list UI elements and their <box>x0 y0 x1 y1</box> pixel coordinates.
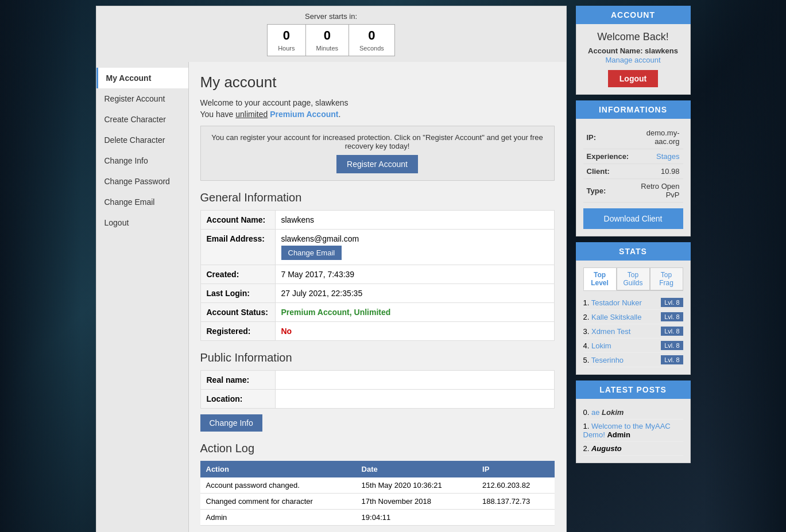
stat-name-2[interactable]: Kalle Skitskalle <box>591 313 641 321</box>
sidebar-item-logout[interactable]: Logout <box>96 212 188 233</box>
download-client-button[interactable]: Download Client <box>583 208 683 229</box>
stat-level-2: Lvl. 8 <box>661 312 683 321</box>
list-item: 0. ae Lokim <box>583 406 683 420</box>
ip-label: IP: <box>583 126 633 149</box>
stat-name-5[interactable]: Teserinho <box>591 356 624 364</box>
col-ip: IP <box>477 461 554 477</box>
list-item: 3. Xdmen Test Lvl. 8 <box>583 324 683 339</box>
stat-level-4: Lvl. 8 <box>661 341 683 350</box>
ip-value: demo.my-aac.org <box>632 126 683 149</box>
real-name-label: Real name: <box>200 371 275 390</box>
email-cell: slawkens@gmail.com Change Email <box>275 230 554 265</box>
main-content: Server starts in: 0 Hours 0 Minutes 0 Se… <box>96 6 567 532</box>
change-info-button[interactable]: Change Info <box>200 414 262 432</box>
table-row: Location: <box>200 390 554 409</box>
server-timer: Server starts in: 0 Hours 0 Minutes 0 Se… <box>96 6 566 62</box>
public-info-table: Real name: Location: <box>200 370 555 409</box>
minutes-label: Minutes <box>316 45 339 52</box>
log-ip-2: 188.137.72.73 <box>477 494 554 510</box>
last-login-label: Last Login: <box>200 284 275 303</box>
stat-rank-3: 3. Xdmen Test <box>583 327 631 336</box>
hours-box: 0 Hours <box>268 25 305 56</box>
log-ip-3 <box>477 510 554 526</box>
col-date: Date <box>356 461 477 477</box>
location-value <box>275 390 554 409</box>
location-label: Location: <box>200 390 275 409</box>
register-account-button[interactable]: Register Account <box>336 155 418 173</box>
email-label: Email Address: <box>200 230 275 265</box>
col-action: Action <box>200 461 356 477</box>
manage-account-link[interactable]: Manage account <box>605 56 660 64</box>
stat-rank-1: 1. Testador Nuker <box>583 298 642 307</box>
timer-boxes: 0 Hours 0 Minutes 0 Seconds <box>267 24 395 56</box>
posts-list: 0. ae Lokim 1. Welcome to the MyAAC Demo… <box>583 406 683 456</box>
posts-widget-body: 0. ae Lokim 1. Welcome to the MyAAC Demo… <box>576 399 691 463</box>
stats-list: 1. Testador Nuker Lvl. 8 2. Kalle Skitsk… <box>583 296 683 367</box>
client-label: Client: <box>583 164 633 179</box>
table-row: Changed comment for character 17th Novem… <box>200 494 555 510</box>
table-row: Real name: <box>200 371 554 390</box>
sidebar-item-my-account[interactable]: My Account <box>96 68 188 88</box>
welcome-line2: You have unlimited Premium Account. <box>200 110 555 119</box>
stat-name-4[interactable]: Lokim <box>591 341 611 350</box>
sidebar-item-change-password[interactable]: Change Password <box>96 171 188 192</box>
sidebar: My Account Register Account Create Chara… <box>96 62 188 532</box>
registered-status: No <box>281 327 292 336</box>
tab-top-frag[interactable]: Top Frag <box>650 267 683 290</box>
stat-name-1[interactable]: Testador Nuker <box>591 298 642 307</box>
sidebar-item-change-email[interactable]: Change Email <box>96 192 188 212</box>
post-link-0[interactable]: ae <box>591 408 599 417</box>
timer-label: Server starts in: <box>102 12 560 21</box>
premium-text: Premium Account <box>270 110 338 119</box>
register-info-text: You can register your account for increa… <box>211 133 543 150</box>
table-row: Email Address: slawkens@gmail.com Change… <box>200 230 554 265</box>
page-title: My account <box>200 73 555 91</box>
change-email-button[interactable]: Change Email <box>281 246 342 260</box>
table-row: IP: demo.my-aac.org <box>583 126 683 149</box>
seconds-box: 0 Seconds <box>349 25 394 56</box>
stats-widget: STATS Top Level Top Guilds Top Frag 1. T… <box>576 242 691 375</box>
account-name-label: Account Name: <box>200 211 275 230</box>
stages-link[interactable]: Stages <box>656 152 679 161</box>
list-item: 1. Welcome to the MyAAC Demo! Admin <box>583 420 683 442</box>
stat-name-3[interactable]: Xdmen Test <box>591 327 630 336</box>
post-author-2: Augusto <box>591 444 622 453</box>
account-status-label: Account Status: <box>200 303 275 322</box>
stat-level-1: Lvl. 8 <box>661 298 683 307</box>
account-widget-body: Welcome Back! Account Name: slawkens Man… <box>576 24 691 95</box>
sidebar-item-register-account[interactable]: Register Account <box>96 88 188 109</box>
sidebar-item-create-character[interactable]: Create Character <box>96 109 188 130</box>
table-row: Type: Retro Open PvP <box>583 179 683 203</box>
stat-level-5: Lvl. 8 <box>661 355 683 364</box>
created-value: 7 May 2017, 7:43:39 <box>275 265 554 284</box>
register-info-box: You can register your account for increa… <box>200 126 555 181</box>
seconds-label: Seconds <box>359 45 384 52</box>
info-widget-header: INFORMATIONS <box>576 100 691 119</box>
stat-rank-4: 4. Lokim <box>583 341 611 350</box>
stats-widget-body: Top Level Top Guilds Top Frag 1. Testado… <box>576 261 691 375</box>
hours-label: Hours <box>278 45 295 52</box>
table-row: Admin 19:04:11 <box>200 510 555 526</box>
seconds-value: 0 <box>359 28 384 43</box>
sidebar-item-change-info[interactable]: Change Info <box>96 150 188 171</box>
log-ip-1: 212.60.203.82 <box>477 477 554 494</box>
logout-button[interactable]: Logout <box>608 70 658 87</box>
registered-value: No <box>275 322 554 341</box>
log-action-1: Account password changed. <box>200 477 356 494</box>
welcome-back-text: Welcome Back! <box>583 31 683 43</box>
sidebar-item-delete-character[interactable]: Delete Character <box>96 130 188 150</box>
account-name-value: slawkens <box>275 211 554 230</box>
log-date-2: 17th November 2018 <box>356 494 477 510</box>
posts-widget: LATEST POSTS 0. ae Lokim 1. Welcome to t… <box>576 380 691 463</box>
tab-top-guilds[interactable]: Top Guilds <box>617 267 650 290</box>
info-widget: INFORMATIONS IP: demo.my-aac.org Experie… <box>576 100 691 236</box>
stat-rank-2: 2. Kalle Skitskalle <box>583 313 642 321</box>
tab-top-level[interactable]: Top Level <box>583 267 617 290</box>
minutes-box: 0 Minutes <box>306 25 350 56</box>
stat-rank-5: 5. Teserinho <box>583 356 624 364</box>
list-item: 2. Augusto <box>583 442 683 456</box>
info-widget-table: IP: demo.my-aac.org Experience: Stages C… <box>583 126 683 203</box>
table-row: Experience: Stages <box>583 149 683 164</box>
experience-value: Stages <box>632 149 683 164</box>
account-widget-header: ACCOUNT <box>576 6 691 24</box>
